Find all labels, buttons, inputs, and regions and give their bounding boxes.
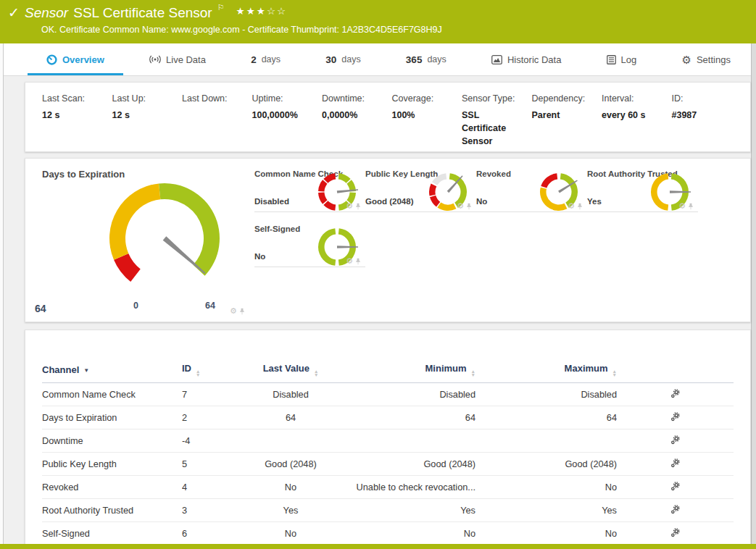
cell-channel: Downtime [42, 429, 182, 453]
info-interval: Interval:every 60 s [602, 93, 672, 151]
tab-label: days [341, 54, 360, 64]
object-kind-label: Sensor [25, 5, 68, 20]
cell-channel: Days to Expiration [42, 406, 182, 429]
edit-channel-button[interactable] [670, 412, 680, 422]
cell-last: Yes [251, 499, 331, 522]
info-value: Parent [532, 109, 590, 122]
tab-label: days [427, 54, 446, 64]
flag-icon[interactable]: ⚐ [217, 3, 225, 12]
edit-channel-button[interactable] [670, 528, 680, 537]
tab-2-days[interactable]: 2days [232, 43, 299, 75]
small-gauge-grid: Common Name CheckDisabled⚙Public Key Len… [254, 166, 701, 267]
tab-settings[interactable]: ⚙Settings [662, 43, 749, 75]
tab-number: 365 [406, 54, 423, 65]
table-row-root-authority-trusted[interactable]: Root Authority Trusted3YesYesYes [42, 499, 734, 522]
gauge-needle [163, 236, 206, 274]
column-header-last-value[interactable]: Last Value▲▼ [251, 363, 331, 383]
cell-id: 3 [182, 499, 251, 522]
cell-max: No [475, 522, 617, 545]
cell-edit [617, 453, 734, 476]
gauge-tile-common-name-check[interactable]: Common Name CheckDisabled⚙ [254, 166, 365, 212]
priority-stars[interactable]: ★★★☆☆ [236, 6, 288, 17]
gauge-tile-title: Revoked [476, 169, 511, 178]
info-last-up: Last Up:12 s [112, 93, 183, 151]
table-row-downtime[interactable]: Downtime-4 [42, 429, 734, 453]
gauge-tile-root-authority-trusted[interactable]: Root Authority TrustedYes⚙ [587, 166, 698, 212]
channel-settings-icon [670, 435, 680, 445]
column-header-channel[interactable]: Channel▼ [42, 363, 182, 383]
bottom-status-strip [0, 544, 756, 549]
pin-icon[interactable] [239, 308, 245, 315]
page-title: SSL Certificate Sensor [73, 5, 212, 20]
sort-desc-icon: ▼ [83, 367, 89, 374]
tab-30-days[interactable]: 30days [307, 43, 379, 75]
cell-max: Good (2048) [475, 453, 617, 476]
cell-max: Yes [475, 499, 617, 522]
pin-icon[interactable] [355, 258, 361, 265]
cell-id: 6 [182, 522, 251, 545]
column-header-id[interactable]: ID▲▼ [182, 363, 251, 383]
cell-min: No [331, 522, 475, 545]
cell-edit [617, 476, 734, 499]
column-header-minimum[interactable]: Minimum▲▼ [331, 363, 475, 383]
tab-365-days[interactable]: 365days [387, 43, 465, 75]
gauge-tile-value: Disabled [254, 197, 289, 206]
channels-table: Channel▼ ID▲▼ Last Value▲▼ Minimum▲▼ Max… [42, 363, 734, 545]
cell-channel: Root Authority Trusted [42, 499, 182, 522]
gauge-tile-value: No [476, 197, 487, 206]
table-row-public-key-length[interactable]: Public Key Length5Good (2048)Good (2048)… [42, 453, 734, 476]
channel-settings-icon [670, 505, 680, 514]
tab-overview[interactable]: Overview [28, 43, 123, 75]
cell-channel: Revoked [42, 476, 182, 499]
cell-channel: Public Key Length [42, 453, 182, 476]
table-row-self-signed[interactable]: Self-Signed6NoNoNo [42, 522, 734, 545]
gauge-tile-public-key-length[interactable]: Public Key LengthGood (2048)⚙ [365, 166, 476, 212]
gauge-settings-gear-icon[interactable]: ⚙ [678, 202, 686, 210]
gauge-icon [46, 54, 57, 65]
main-gauge-actions: ⚙ [230, 307, 245, 315]
gauge-settings-gear-icon[interactable]: ⚙ [457, 202, 464, 210]
cell-edit [617, 522, 734, 545]
tab-historic-data[interactable]: Historic Data [473, 43, 580, 75]
edit-channel-button[interactable] [670, 505, 680, 514]
cell-min [331, 429, 475, 453]
info-dependency: Dependency:Parent [532, 93, 602, 151]
info-sensor-type: Sensor Type:SSL Certificate Sensor [462, 93, 532, 151]
tab-label: Live Data [166, 54, 206, 65]
edit-channel-button[interactable] [670, 482, 680, 491]
tab-log[interactable]: Log [588, 43, 656, 75]
pin-icon[interactable] [577, 203, 583, 210]
status-ok-check-icon: ✓ [8, 4, 20, 21]
pin-icon[interactable] [355, 203, 361, 210]
gauge-tile-value: Good (2048) [365, 197, 413, 206]
table-row-common-name-check[interactable]: Common Name Check7DisabledDisabledDisabl… [42, 383, 734, 406]
info-label: Downtime: [322, 93, 392, 104]
info-value: #3987 [672, 109, 730, 122]
info-value: SSL Certificate Sensor [462, 109, 520, 148]
tab-live-data[interactable]: Live Data [130, 43, 225, 75]
info-last-down: Last Down: [182, 93, 252, 151]
pin-icon[interactable] [466, 203, 472, 210]
gauge-settings-gear-icon[interactable]: ⚙ [568, 202, 575, 210]
gauge-tile-self-signed[interactable]: Self-SignedNo⚙ [254, 221, 365, 267]
gauge-settings-gear-icon[interactable]: ⚙ [346, 202, 353, 210]
cell-max: Disabled [475, 383, 617, 406]
sensor-title-line: SensorSSL Certificate Sensor⚐★★★☆☆ [25, 3, 287, 21]
channel-settings-icon [670, 482, 680, 491]
gauge-settings-gear-icon[interactable]: ⚙ [346, 257, 353, 265]
cell-channel: Common Name Check [42, 383, 182, 406]
info-value: 12 s [112, 109, 170, 122]
gauge-axis-min-label: 0 [133, 301, 138, 311]
pin-icon[interactable] [688, 203, 694, 210]
table-header-row: Channel▼ ID▲▼ Last Value▲▼ Minimum▲▼ Max… [42, 363, 734, 383]
edit-channel-button[interactable] [670, 435, 680, 445]
edit-channel-button[interactable] [670, 389, 680, 398]
gauge-settings-gear-icon[interactable]: ⚙ [230, 307, 237, 315]
column-header-maximum[interactable]: Maximum▲▼ [475, 363, 617, 383]
cell-id: -4 [182, 429, 251, 453]
table-row-days-to-expiration[interactable]: Days to Expiration2646464 [42, 406, 734, 429]
edit-channel-button[interactable] [670, 458, 680, 468]
gauge-tile-revoked[interactable]: RevokedNo⚙ [476, 166, 587, 212]
column-header-edit [617, 363, 734, 383]
table-row-revoked[interactable]: Revoked4NoUnable to check revocation...N… [42, 476, 734, 499]
